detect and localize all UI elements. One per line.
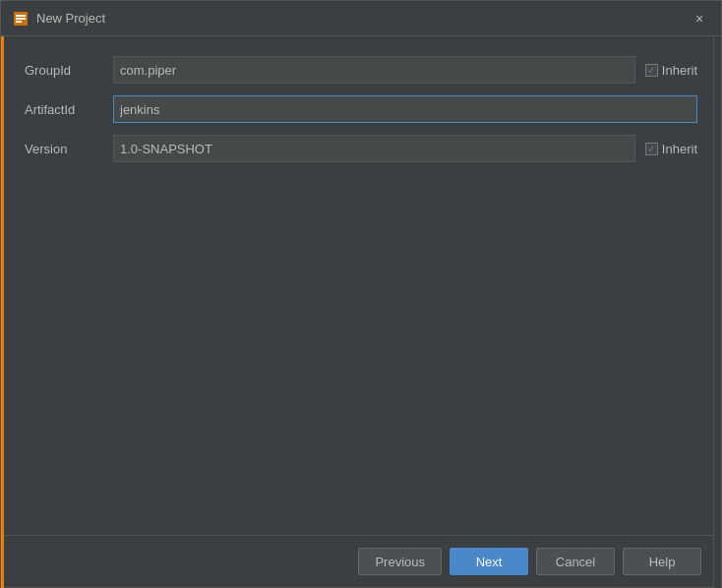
groupid-inherit-wrapper: Inherit [645, 63, 697, 78]
scrollbar [713, 36, 721, 588]
version-inherit-wrapper: Inherit [645, 142, 697, 156]
cancel-button[interactable]: Cancel [536, 548, 615, 575]
version-label: Version [25, 142, 113, 156]
groupid-inherit-label: Inherit [662, 63, 697, 78]
svg-rect-2 [16, 18, 26, 20]
close-button[interactable]: × [690, 9, 709, 29]
title-bar: New Project × [1, 1, 721, 36]
groupid-label: GroupId [25, 63, 113, 78]
groupid-inherit-checkbox[interactable] [645, 64, 658, 77]
version-inherit-checkbox[interactable] [645, 143, 658, 155]
groupid-row: GroupId Inherit [25, 56, 697, 84]
accent-bar [1, 36, 4, 588]
version-row: Version Inherit [25, 135, 697, 162]
help-button[interactable]: Help [623, 548, 701, 575]
artifactid-row: ArtifactId [25, 95, 697, 123]
groupid-input[interactable] [113, 56, 635, 84]
new-project-dialog: New Project × GroupId Inherit ArtifactId… [0, 0, 722, 588]
button-row: Previous Next Cancel Help [1, 535, 721, 587]
artifactid-label: ArtifactId [25, 102, 113, 117]
artifactid-input[interactable] [113, 95, 697, 123]
next-button[interactable]: Next [450, 548, 528, 575]
svg-rect-3 [16, 21, 22, 23]
dialog-title: New Project [36, 11, 105, 26]
dialog-icon [13, 11, 29, 27]
content-spacer [25, 174, 697, 515]
previous-button[interactable]: Previous [358, 548, 442, 575]
version-inherit-label: Inherit [662, 142, 697, 156]
title-bar-left: New Project [13, 11, 105, 27]
form-content: GroupId Inherit ArtifactId Version Inher… [1, 36, 721, 535]
svg-rect-1 [16, 15, 26, 17]
version-input[interactable] [113, 135, 635, 162]
